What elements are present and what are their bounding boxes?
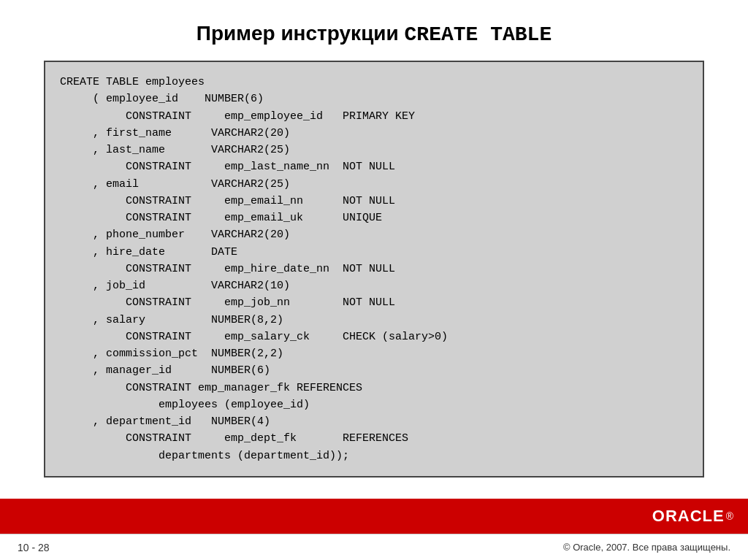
main-content: Пример инструкции CREATE TABLE CREATE TA…: [0, 0, 748, 499]
bottom-bar: ORACLE®: [0, 499, 748, 534]
footer-bar: 10 - 28 © Oracle, 2007. Все права защище…: [0, 534, 748, 560]
footer-copyright: © Oracle, 2007. Все права защищены.: [563, 542, 730, 553]
page-wrapper: Пример инструкции CREATE TABLE CREATE TA…: [0, 0, 748, 560]
oracle-logo: ORACLE®: [652, 507, 733, 526]
oracle-logo-text: ORACLE: [652, 507, 725, 526]
oracle-registered-mark: ®: [726, 510, 733, 522]
code-content: CREATE TABLE employees ( employee_id NUM…: [60, 74, 688, 464]
code-box: CREATE TABLE employees ( employee_id NUM…: [44, 61, 704, 477]
page-title: Пример инструкции CREATE TABLE: [196, 22, 552, 46]
title-regular-text: Пример инструкции: [196, 22, 405, 45]
title-monospace-text: CREATE TABLE: [405, 23, 552, 46]
footer-page-number: 10 - 28: [18, 542, 50, 553]
